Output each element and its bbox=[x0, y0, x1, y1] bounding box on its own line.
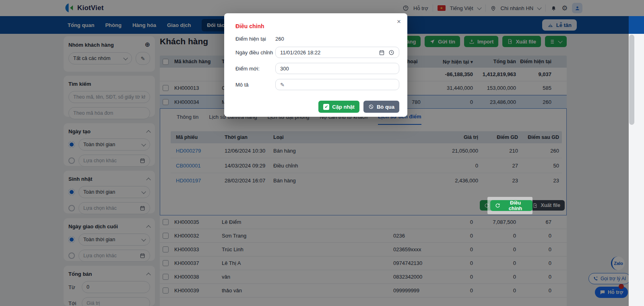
close-icon[interactable]: × bbox=[397, 18, 401, 25]
refresh-icon bbox=[495, 203, 500, 208]
adjust-date-label: Ngày điều chỉnh bbox=[235, 50, 275, 56]
current-points-value: 260 bbox=[275, 36, 284, 42]
modal-title: Điều chỉnh bbox=[235, 23, 399, 29]
description-input[interactable]: ✎ bbox=[275, 79, 399, 90]
description-label: Mô tả bbox=[235, 82, 275, 88]
adjust-points-modal: Điều chỉnh × Điểm hiện tại 260 Ngày điều… bbox=[224, 13, 407, 117]
cancel-button[interactable]: Bỏ qua bbox=[363, 101, 399, 113]
app-screen: KiotViet Hỗ trợ ★ Tiếng Việt Chi nhánh H… bbox=[0, 0, 644, 306]
update-button[interactable]: ✔ Cập nhật bbox=[318, 101, 359, 113]
adjust-points-button-highlighted[interactable]: Điều chỉnh bbox=[490, 200, 533, 211]
pencil-icon: ✎ bbox=[280, 82, 285, 88]
description-field[interactable] bbox=[287, 82, 394, 88]
adjust-date-input[interactable] bbox=[275, 47, 399, 58]
calendar-icon[interactable] bbox=[379, 50, 385, 56]
scrollbar-thumb[interactable] bbox=[629, 35, 634, 125]
check-icon: ✔ bbox=[323, 104, 329, 110]
ban-icon bbox=[368, 104, 374, 110]
new-points-label: Điểm mới: bbox=[235, 66, 275, 72]
new-points-field[interactable] bbox=[280, 66, 394, 72]
clock-icon[interactable] bbox=[388, 50, 394, 56]
date-value-field[interactable] bbox=[280, 50, 376, 56]
new-points-input[interactable] bbox=[275, 63, 399, 74]
current-points-label: Điểm hiện tại bbox=[235, 36, 275, 42]
action-highlight-box: Điều chỉnh bbox=[487, 197, 533, 214]
